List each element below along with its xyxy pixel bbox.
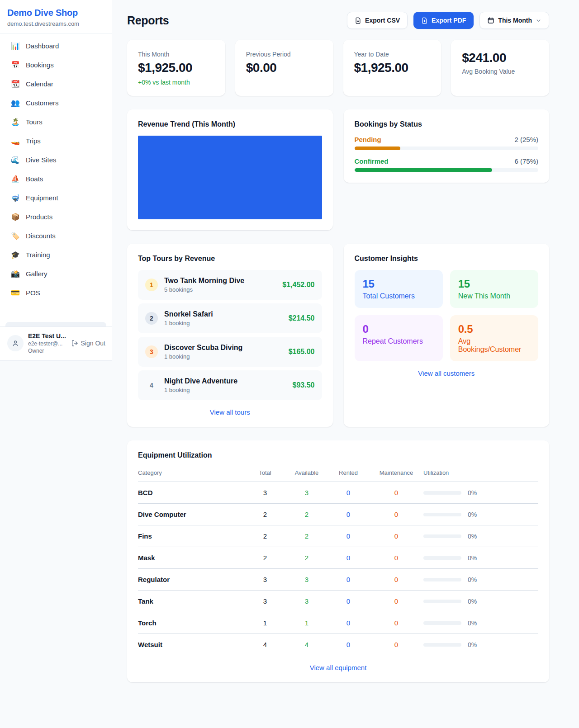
tour-item: 1 Two Tank Morning Dive 5 bookings $1,45…: [138, 270, 322, 300]
sidebar-item-dashboard[interactable]: 📊 Dashboard: [5, 38, 106, 53]
file-download-icon: [355, 17, 361, 24]
sidebar-item-tours[interactable]: 🏝️ Tours: [5, 114, 106, 129]
utilization-cell: 0%: [423, 619, 538, 627]
person-icon: [11, 339, 19, 347]
sidebar-item-label: Training: [26, 251, 50, 259]
status-count: 2 (25%): [514, 136, 538, 143]
sidebar-item-gallery[interactable]: 📸 Gallery: [5, 266, 106, 281]
tour-bookings: 1 booking: [164, 387, 286, 393]
export-pdf-label: Export PDF: [432, 17, 466, 24]
sidebar-item-label: Gallery: [26, 270, 47, 278]
equipment-table: Category Total Available Rented Maintena…: [138, 466, 538, 656]
insights-row: Top Tours by Revenue 1 Two Tank Morning …: [127, 244, 549, 427]
sidebar-item-pos[interactable]: 💳 POS: [5, 285, 106, 300]
equipment-utilization-card: Equipment Utilization Category Total Ava…: [127, 440, 549, 682]
insight-new-this-month: 15 New This Month: [450, 270, 538, 308]
insight-label: Avg Bookings/Customer: [458, 337, 530, 354]
sidebar-item-trips[interactable]: 🚤 Trips: [5, 133, 106, 148]
table-row: Mask 2 2 0 0 0%: [138, 547, 538, 569]
period-dropdown[interactable]: This Month: [479, 12, 549, 29]
sidebar-item-label: Dive Sites: [26, 156, 57, 164]
sidebar-item-reports-partial[interactable]: [5, 322, 106, 326]
sidebar-item-training[interactable]: 🎓 Training: [5, 247, 106, 262]
tour-amount: $1,452.00: [282, 281, 314, 289]
sidebar-item-label: Bookings: [26, 61, 54, 69]
column-header: Category: [138, 466, 244, 482]
insight-label: Repeat Customers: [363, 337, 435, 345]
utilization-cell: 0%: [423, 489, 538, 496]
customer-insights-title: Customer Insights: [355, 255, 539, 263]
stat-value: $1,925.00: [354, 61, 431, 75]
revenue-trend-title: Revenue Trend (This Month): [138, 120, 322, 128]
stat-value: $241.00: [462, 51, 538, 65]
export-csv-button[interactable]: Export CSV: [347, 12, 408, 29]
sidebar-item-boats[interactable]: ⛵ Boats: [5, 171, 106, 186]
insight-avg-bookings: 0.5 Avg Bookings/Customer: [450, 315, 538, 361]
table-row: Regulator 3 3 0 0 0%: [138, 569, 538, 591]
status-label: Confirmed: [355, 157, 389, 165]
view-all-customers-link[interactable]: View all customers: [355, 369, 539, 377]
stat-delta: +0% vs last month: [138, 79, 214, 86]
stat-value: $0.00: [246, 61, 323, 75]
training-graduation-cap-icon: 🎓: [11, 251, 20, 259]
sidebar-item-dive-sites[interactable]: 🌊 Dive Sites: [5, 152, 106, 167]
progress-track: [355, 168, 539, 172]
equipment-utilization-title: Equipment Utilization: [138, 451, 538, 459]
dashboard-chart-icon: 📊: [11, 43, 20, 50]
insight-value: 0: [363, 323, 435, 336]
rank-badge: 2: [145, 312, 158, 325]
rank-badge: 4: [145, 379, 158, 392]
column-header: Total: [244, 466, 286, 482]
insight-value: 0.5: [458, 323, 530, 336]
tour-item: 4 Night Dive Adventure 1 booking $93.50: [138, 370, 322, 400]
sidebar-item-equipment[interactable]: 🤿 Equipment: [5, 190, 106, 205]
sidebar-item-discounts[interactable]: 🏷️ Discounts: [5, 228, 106, 243]
charts-row: Revenue Trend (This Month) Bookings by S…: [127, 109, 549, 230]
tour-amount: $93.50: [293, 381, 315, 389]
sign-out-label: Sign Out: [81, 340, 105, 347]
bookings-by-status-title: Bookings by Status: [355, 120, 539, 128]
view-all-tours-link[interactable]: View all tours: [138, 408, 322, 416]
shop-domain: demo.test.divestreams.com: [7, 20, 104, 27]
gallery-camera-icon: 📸: [11, 270, 20, 278]
column-header: Rented: [327, 466, 369, 482]
view-all-equipment-link[interactable]: View all equipment: [138, 664, 538, 671]
sidebar-item-customers[interactable]: 👥 Customers: [5, 95, 106, 110]
tour-bookings: 5 bookings: [164, 286, 276, 293]
bookings-calendar-icon: 📅: [11, 61, 20, 69]
revenue-trend-chart: [138, 136, 322, 219]
utilization-cell: 0%: [423, 533, 538, 540]
sidebar-item-calendar[interactable]: 📆 Calendar: [5, 76, 106, 91]
sidebar-item-label: Discounts: [26, 232, 56, 240]
export-csv-label: Export CSV: [365, 17, 400, 24]
stat-card-previous-period: Previous Period $0.00: [235, 40, 333, 96]
sidebar-item-label: Calendar: [26, 80, 53, 88]
status-label: Pending: [355, 136, 381, 143]
table-header-row: Category Total Available Rented Maintena…: [138, 466, 538, 482]
tour-name: Discover Scuba Diving: [164, 344, 282, 352]
tour-amount: $165.00: [289, 348, 315, 356]
stat-card-this-month: This Month $1,925.00 +0% vs last month: [127, 40, 225, 96]
stat-card-year-to-date: Year to Date $1,925.00: [343, 40, 441, 96]
tour-name: Snorkel Safari: [164, 310, 282, 318]
logout-icon: [71, 340, 78, 347]
sidebar-nav: 📊 Dashboard 📅 Bookings 📆 Calendar 👥 Cust…: [0, 33, 112, 326]
insight-total-customers: 15 Total Customers: [355, 270, 443, 308]
insight-value: 15: [363, 278, 435, 290]
stats-row: This Month $1,925.00 +0% vs last month P…: [127, 40, 549, 96]
tour-bookings: 1 booking: [164, 320, 282, 326]
sidebar-item-bookings[interactable]: 📅 Bookings: [5, 57, 106, 72]
header-actions: Export CSV Export PDF This Month: [347, 12, 549, 29]
sidebar-user-panel: E2E Test U... e2e-tester@... Owner Sign …: [0, 326, 112, 360]
tour-item: 3 Discover Scuba Diving 1 booking $165.0…: [138, 337, 322, 367]
bookings-by-status-card: Bookings by Status Pending 2 (25%) Confi…: [344, 109, 550, 183]
sidebar-item-products[interactable]: 📦 Products: [5, 209, 106, 224]
table-row: Wetsuit 4 4 0 0 0%: [138, 634, 538, 656]
dive-sites-wave-icon: 🌊: [11, 156, 20, 164]
export-pdf-button[interactable]: Export PDF: [413, 12, 474, 29]
stat-label: Year to Date: [354, 51, 431, 58]
sign-out-button[interactable]: Sign Out: [71, 340, 105, 347]
insight-value: 15: [458, 278, 530, 290]
column-header: Available: [286, 466, 327, 482]
revenue-trend-card: Revenue Trend (This Month): [127, 109, 333, 230]
